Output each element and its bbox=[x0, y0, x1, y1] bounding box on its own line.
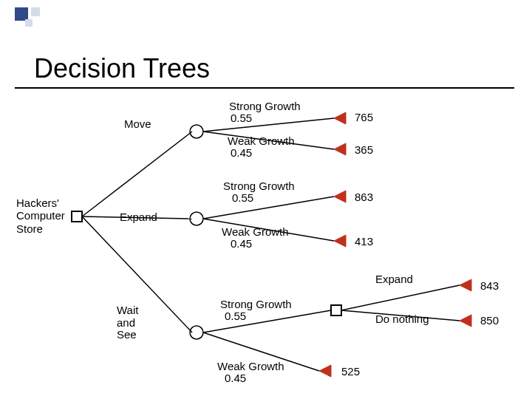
root-label: Hackers'ComputerStore bbox=[16, 197, 65, 235]
wait-nothing-label: Do nothing bbox=[375, 313, 429, 326]
wait-weak-val: 525 bbox=[341, 365, 360, 378]
svg-marker-7 bbox=[334, 112, 346, 124]
svg-marker-8 bbox=[334, 143, 346, 155]
expand-strong-val: 863 bbox=[355, 191, 373, 203]
svg-rect-18 bbox=[331, 305, 341, 316]
wait-weak-p: 0.45 bbox=[225, 372, 246, 385]
branch-wait-label: WaitandSee bbox=[117, 304, 138, 341]
svg-line-5 bbox=[203, 118, 334, 132]
move-weak-val: 365 bbox=[355, 143, 373, 156]
svg-line-15 bbox=[203, 310, 331, 332]
wait-expand-label: Expand bbox=[375, 273, 413, 286]
expand-strong-p: 0.55 bbox=[232, 192, 253, 205]
branch-move-label: Move bbox=[124, 118, 151, 131]
wait-expand-val: 843 bbox=[480, 279, 499, 292]
svg-rect-0 bbox=[72, 211, 82, 222]
svg-marker-13 bbox=[334, 235, 346, 247]
svg-marker-12 bbox=[334, 191, 346, 202]
expand-weak-p: 0.45 bbox=[231, 238, 252, 250]
svg-marker-22 bbox=[460, 315, 471, 327]
wait-nothing-val: 850 bbox=[480, 314, 499, 327]
move-weak-p: 0.45 bbox=[231, 147, 252, 160]
svg-line-10 bbox=[203, 197, 334, 219]
expand-weak-val: 413 bbox=[355, 235, 373, 248]
move-strong-p: 0.55 bbox=[231, 112, 252, 125]
svg-marker-17 bbox=[319, 365, 331, 377]
decision-tree-svg bbox=[0, 0, 532, 399]
svg-line-19 bbox=[341, 285, 460, 310]
branch-expand-label: Expand bbox=[120, 211, 157, 224]
svg-line-1 bbox=[82, 132, 192, 216]
move-strong-val: 765 bbox=[355, 111, 373, 123]
wait-strong-p: 0.55 bbox=[225, 310, 246, 323]
svg-marker-21 bbox=[460, 279, 471, 291]
